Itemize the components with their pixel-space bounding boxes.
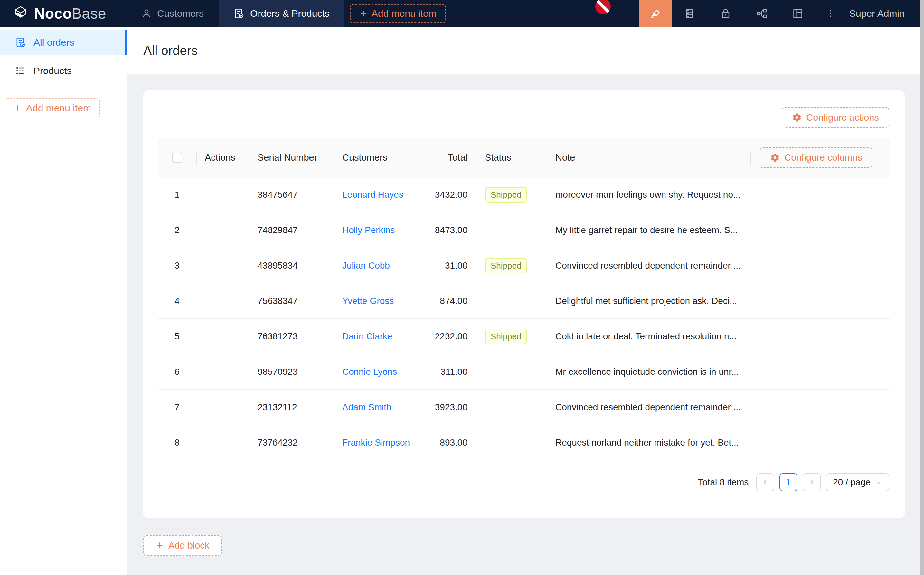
collections-manager-button[interactable]	[672, 0, 708, 27]
configure-columns-button[interactable]: Configure columns	[760, 148, 873, 168]
row-index: 6	[158, 367, 196, 377]
order-document-icon	[233, 8, 245, 19]
nav-add-menu-item-label: Add menu item	[372, 8, 437, 19]
page-size-select[interactable]: 20 / page	[826, 473, 889, 491]
orders-table: Actions Serial Number Customers Total St…	[158, 138, 890, 461]
column-header-note: Note	[545, 138, 751, 177]
note-cell: My little garret repair to desire he est…	[545, 225, 751, 235]
row-index: 3	[158, 260, 196, 271]
page-title: All orders	[143, 43, 198, 58]
logo-text-bold: Noco	[34, 5, 72, 22]
note-cell: Mr excellence inquietude conviction is i…	[545, 367, 751, 377]
total-cell: 3432.00	[424, 190, 477, 200]
table-header-row: Actions Serial Number Customers Total St…	[158, 138, 890, 177]
page-scrollbar-thumb[interactable]	[920, 0, 924, 575]
customer-link[interactable]: Julian Cobb	[342, 260, 390, 270]
plugin-settings-button[interactable]	[780, 0, 816, 27]
chevron-right-icon	[808, 478, 816, 486]
total-cell: 893.00	[424, 438, 477, 448]
status-badge: Shipped	[485, 329, 527, 344]
select-all-checkbox[interactable]	[172, 152, 182, 163]
total-cell: 8473.00	[424, 225, 477, 235]
plugins-button[interactable]	[744, 0, 780, 27]
table-row: 2 74829847 Holly Perkins 8473.00 My litt…	[158, 213, 890, 248]
chevron-down-icon	[875, 479, 882, 486]
table-row: 8 73764232 Frankie Simpson 893.00 Reques…	[158, 425, 890, 461]
plus-icon	[156, 541, 164, 550]
row-index: 1	[158, 190, 196, 200]
sidebar-item-label: Products	[33, 65, 71, 76]
table-row: 7 23132112 Adam Smith 3923.00 Convinced …	[158, 389, 890, 425]
column-header-status: Status	[477, 138, 545, 177]
lock-icon	[719, 7, 732, 20]
nocobase-logo[interactable]: NocoBase	[0, 5, 106, 22]
customer-link[interactable]: Connie Lyons	[342, 367, 397, 377]
plus-icon	[359, 10, 368, 18]
note-cell: Convinced resembled dependent remainder …	[545, 260, 751, 271]
current-user-menu[interactable]: Super Admin	[845, 8, 905, 19]
customer-link[interactable]: Darin Clarke	[342, 331, 392, 341]
layout-icon	[791, 7, 804, 20]
highlighter-icon	[649, 7, 662, 20]
customer-link[interactable]: Leonard Hayes	[342, 190, 403, 200]
serial-number-cell: 75638347	[247, 296, 330, 306]
serial-number-cell: 38475647	[247, 190, 330, 200]
table-row: 6 98570923 Connie Lyons 311.00 Mr excell…	[158, 354, 890, 389]
page-header: All orders	[127, 27, 924, 74]
note-cell: Request norland neither mistake for yet.…	[545, 438, 751, 448]
nav-tab-label: Orders & Products	[250, 8, 330, 19]
top-navbar: NocoBase Customers O	[0, 0, 924, 27]
table-row: 3 43895834 Julian Cobb 31.00 Shipped Con…	[158, 248, 890, 283]
nocobase-logo-icon	[12, 5, 29, 22]
customer-link[interactable]: Adam Smith	[342, 402, 392, 412]
nav-tab-label: Customers	[157, 8, 204, 19]
plus-icon	[13, 104, 22, 112]
ui-editor-button[interactable]	[640, 0, 672, 27]
pagination-page-1[interactable]: 1	[780, 473, 797, 491]
ellipsis-vertical-icon	[825, 8, 836, 19]
configure-actions-button[interactable]: Configure actions	[782, 107, 889, 128]
nav-tabs: Customers Orders & Products	[126, 0, 345, 27]
total-cell: 874.00	[424, 296, 477, 306]
total-cell: 2232.00	[424, 331, 477, 342]
orders-table-card: Configure actions Actions Serial Number …	[143, 90, 905, 518]
more-menu-button[interactable]	[816, 0, 845, 27]
chevron-left-icon	[761, 478, 769, 486]
sidebar-item-products[interactable]: Products	[0, 58, 127, 84]
serial-number-cell: 76381273	[247, 331, 330, 342]
configure-columns-label: Configure columns	[784, 152, 862, 163]
status-badge: Shipped	[485, 187, 527, 203]
add-block-button[interactable]: Add block	[143, 535, 222, 556]
column-header-customers: Customers	[330, 138, 424, 177]
table-row: 4 75638347 Yvette Gross 874.00 Delightfu…	[158, 283, 890, 319]
serial-number-cell: 98570923	[247, 367, 330, 377]
sidebar-item-all-orders[interactable]: All orders	[0, 30, 127, 56]
note-cell: Cold in late or deal. Terminated resolut…	[545, 331, 751, 342]
serial-number-cell: 43895834	[247, 260, 330, 271]
nav-tab-customers[interactable]: Customers	[126, 0, 219, 27]
sidebar-item-label: All orders	[33, 37, 75, 48]
user-icon	[141, 8, 152, 19]
sidebar: All orders Products Add menu item	[0, 27, 127, 575]
total-cell: 31.00	[424, 260, 477, 271]
customer-link[interactable]: Frankie Simpson	[342, 438, 410, 448]
row-index: 7	[158, 402, 196, 412]
access-control-button[interactable]	[708, 0, 744, 27]
pagination-prev-button[interactable]	[756, 473, 774, 491]
pagination-next-button[interactable]	[803, 473, 821, 491]
collections-icon	[683, 7, 696, 20]
serial-number-cell: 23132112	[247, 402, 330, 412]
pagination-total: Total 8 items	[698, 477, 749, 488]
nav-tab-orders-products[interactable]: Orders & Products	[219, 0, 345, 27]
serial-number-cell: 73764232	[247, 438, 330, 448]
nav-add-menu-item-button[interactable]: Add menu item	[350, 4, 446, 23]
row-index: 8	[158, 438, 196, 448]
customer-link[interactable]: Holly Perkins	[342, 225, 395, 235]
customer-link[interactable]: Yvette Gross	[342, 296, 394, 306]
page-size-value: 20 / page	[833, 477, 870, 488]
configure-actions-label: Configure actions	[806, 112, 879, 123]
sidebar-add-menu-item-button[interactable]: Add menu item	[5, 98, 100, 118]
row-index: 2	[158, 225, 196, 235]
gear-icon	[792, 113, 802, 122]
add-block-label: Add block	[168, 540, 209, 551]
